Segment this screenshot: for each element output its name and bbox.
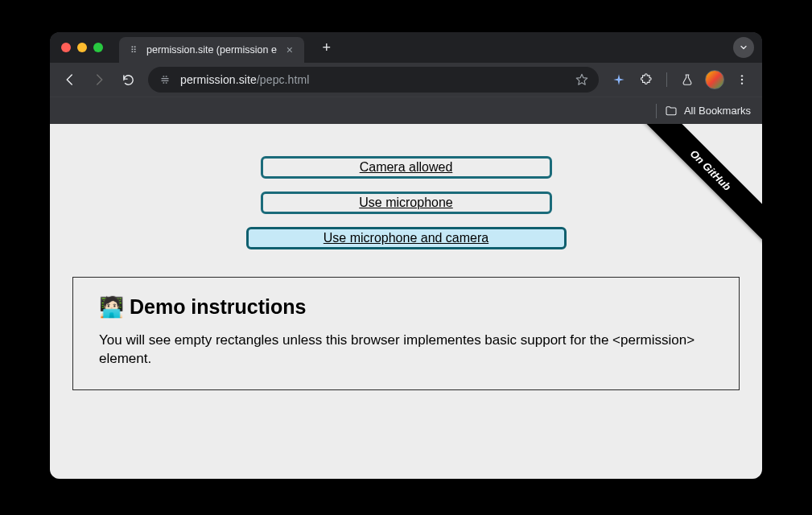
- star-icon: [575, 72, 589, 87]
- address-bar[interactable]: permission.site/pepc.html: [148, 67, 599, 93]
- bookmark-button[interactable]: [575, 72, 589, 87]
- separator: [656, 104, 657, 118]
- avatar-icon: [705, 70, 724, 89]
- page-content: Camera allowed Use microphone Use microp…: [50, 124, 762, 479]
- svg-point-0: [741, 75, 743, 76]
- titlebar: ⠿ permission.site (permission e × +: [50, 32, 762, 63]
- instructions-heading: 🧑🏻‍💻 Demo instructions: [99, 295, 713, 319]
- window-controls: [58, 43, 113, 52]
- reload-button[interactable]: [116, 68, 140, 92]
- arrow-left-icon: [63, 72, 77, 87]
- url-text: permission.site/pepc.html: [180, 73, 567, 86]
- toolbar-right: [604, 68, 754, 92]
- flask-icon: [681, 73, 694, 86]
- url-host: permission.site: [180, 73, 257, 86]
- separator: [666, 72, 667, 87]
- mic-camera-permission-button[interactable]: Use microphone and camera: [246, 227, 567, 249]
- camera-permission-button[interactable]: Camera allowed: [261, 156, 552, 179]
- all-bookmarks-label: All Bookmarks: [684, 105, 751, 117]
- bookmarks-bar: All Bookmarks: [50, 97, 762, 124]
- minimize-window-button[interactable]: [77, 43, 87, 52]
- svg-point-2: [741, 82, 743, 84]
- forward-button[interactable]: [87, 68, 111, 92]
- kebab-icon: [736, 73, 748, 86]
- tab-overflow-button[interactable]: [733, 37, 754, 58]
- gemini-button[interactable]: [607, 68, 631, 92]
- tab-title: permission.site (permission e: [146, 44, 277, 56]
- maximize-window-button[interactable]: [93, 43, 103, 52]
- folder-icon: [665, 105, 678, 117]
- puzzle-icon: [640, 73, 653, 87]
- microphone-permission-button[interactable]: Use microphone: [261, 192, 552, 214]
- svg-point-1: [741, 79, 743, 80]
- new-tab-button[interactable]: +: [315, 36, 338, 59]
- toolbar: permission.site/pepc.html: [50, 63, 762, 97]
- site-info-icon[interactable]: [158, 72, 172, 87]
- chevron-down-icon: [739, 43, 748, 52]
- all-bookmarks-button[interactable]: All Bookmarks: [665, 105, 751, 117]
- menu-button[interactable]: [730, 68, 754, 92]
- reload-icon: [122, 73, 135, 87]
- tab-close-button[interactable]: ×: [283, 43, 296, 56]
- sparkle-icon: [612, 73, 625, 86]
- back-button[interactable]: [58, 68, 82, 92]
- instructions-box: 🧑🏻‍💻 Demo instructions You will see empt…: [72, 277, 740, 390]
- labs-button[interactable]: [675, 68, 699, 92]
- instructions-body: You will see empty rectangles unless thi…: [99, 332, 713, 369]
- permission-buttons: Camera allowed Use microphone Use microp…: [50, 156, 762, 249]
- arrow-right-icon: [92, 72, 106, 87]
- browser-tab[interactable]: ⠿ permission.site (permission e ×: [119, 37, 304, 63]
- tab-favicon-icon: ⠿: [127, 43, 140, 56]
- url-path: /pepc.html: [257, 73, 310, 86]
- extensions-button[interactable]: [634, 68, 658, 92]
- profile-button[interactable]: [703, 68, 727, 92]
- close-window-button[interactable]: [61, 43, 71, 52]
- browser-window: ⠿ permission.site (permission e × + perm…: [50, 32, 762, 479]
